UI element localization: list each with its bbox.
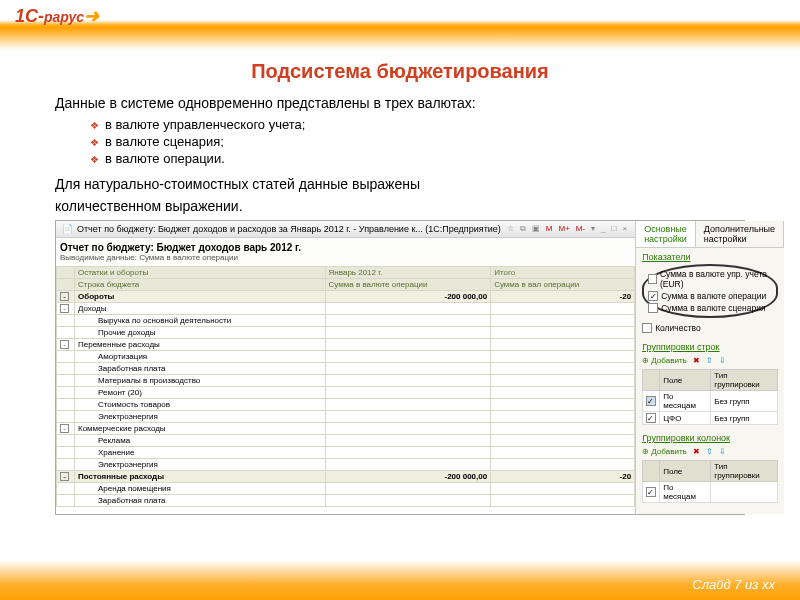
table-row[interactable]: Электроэнергия: [57, 411, 635, 423]
col-header: Остатки и обороты: [75, 267, 326, 279]
table-row[interactable]: Реклама: [57, 435, 635, 447]
group-rows-table: ПолеТип группировки ✓По месяцамБез групп…: [642, 369, 778, 425]
window-icon: 📄: [62, 224, 73, 234]
toolbar-icon[interactable]: ▾: [589, 224, 597, 234]
table-row[interactable]: Амортизация: [57, 351, 635, 363]
bullet-list: в валюте управленческого учета; в валюте…: [55, 117, 745, 166]
bullet-item: в валюте управленческого учета;: [90, 117, 745, 132]
down-icon[interactable]: ⇩: [719, 447, 726, 456]
window-toolbar: ☆ ⧉ ▣ M M+ M- ▾ _ □ ×: [505, 224, 629, 234]
slide-title: Подсистема бюджетирования: [55, 60, 745, 83]
table-row[interactable]: -Обороты-200 000,00-20: [57, 291, 635, 303]
table-row[interactable]: Аренда помещения: [57, 483, 635, 495]
group-rows-label[interactable]: Группировки строк: [642, 342, 778, 352]
table-row[interactable]: Стоимость товаров: [57, 399, 635, 411]
tab-additional-settings[interactable]: Дополнительные настройки: [696, 221, 784, 247]
window-titlebar: 📄 Отчет по бюджету: Бюджет доходов и рас…: [56, 221, 635, 238]
col-header: Сумма в вал операции: [491, 279, 635, 291]
checkbox-icon[interactable]: ✓: [646, 396, 656, 406]
table-row[interactable]: ✓ЦФОБез групп: [643, 412, 778, 425]
maximize-icon[interactable]: □: [610, 224, 619, 234]
table-row[interactable]: -Постоянные расходы-200 000,00-20: [57, 471, 635, 483]
toolbar-mplus-icon[interactable]: M+: [556, 224, 571, 234]
toolbar-mminus-icon[interactable]: M-: [574, 224, 587, 234]
checkbox-icon[interactable]: [648, 303, 658, 313]
lead2b: количественном выражении.: [55, 198, 745, 214]
report-title: Отчет по бюджету: Бюджет доходов варь 20…: [60, 242, 631, 253]
tree-toggle-icon[interactable]: -: [60, 340, 69, 349]
checkbox-icon[interactable]: [642, 323, 652, 333]
add-button[interactable]: ⊕ Добавить: [642, 356, 687, 365]
lead2: Для натурально-стоимостных статей данные…: [55, 176, 745, 192]
toolbar-m-icon[interactable]: M: [544, 224, 555, 234]
checkbox-icon[interactable]: ✓: [648, 291, 658, 301]
window-title-text: Отчет по бюджету: Бюджет доходов и расхо…: [77, 224, 501, 234]
group-cols-label[interactable]: Группировки колонок: [642, 433, 778, 443]
table-row[interactable]: -Доходы: [57, 303, 635, 315]
table-row[interactable]: ✓По месяцамБез групп: [643, 391, 778, 412]
table-row[interactable]: Материалы в производство: [57, 375, 635, 387]
tree-toggle-icon[interactable]: -: [60, 424, 69, 433]
toolbar-icon[interactable]: ⧉: [518, 224, 528, 234]
table-row[interactable]: ✓По месяцам: [643, 482, 778, 503]
circled-highlight: Сумма в валюте упр. учета (EUR) ✓Сумма в…: [642, 264, 778, 318]
report-grid: Остатки и обороты Январь 2012 г. Итого С…: [56, 266, 635, 507]
checkbox-icon[interactable]: [648, 274, 657, 284]
table-row[interactable]: -Коммерческие расходы: [57, 423, 635, 435]
app-screenshot: 📄 Отчет по бюджету: Бюджет доходов и рас…: [55, 220, 745, 515]
logo: 1С-рарус➜: [15, 5, 99, 27]
down-icon[interactable]: ⇩: [719, 356, 726, 365]
indicator-row[interactable]: Сумма в валюте упр. учета (EUR): [648, 268, 772, 290]
table-row[interactable]: Прочие доходы: [57, 327, 635, 339]
bullet-item: в валюте операции.: [90, 151, 745, 166]
indicator-row[interactable]: Сумма в валюте сценария: [648, 302, 772, 314]
up-icon[interactable]: ⇧: [706, 356, 713, 365]
col-header: Итого: [491, 267, 635, 279]
table-row[interactable]: Выручка по основной деятельности: [57, 315, 635, 327]
indicator-row[interactable]: ✓Сумма в валюте операции: [648, 290, 772, 302]
group-cols-toolbar: ⊕ Добавить ✖ ⇧ ⇩: [642, 445, 778, 458]
toolbar-icon[interactable]: ☆: [505, 224, 516, 234]
col-header: Январь 2012 г.: [325, 267, 491, 279]
tree-toggle-icon[interactable]: -: [60, 304, 69, 313]
table-row[interactable]: Заработная плата: [57, 363, 635, 375]
delete-icon[interactable]: ✖: [693, 356, 700, 365]
delete-icon[interactable]: ✖: [693, 447, 700, 456]
table-row[interactable]: Заработная плата: [57, 495, 635, 507]
checkbox-icon[interactable]: ✓: [646, 487, 656, 497]
checkbox-icon[interactable]: ✓: [646, 413, 656, 423]
table-row[interactable]: Хранение: [57, 447, 635, 459]
col-header: Сумма в валюте операции: [325, 279, 491, 291]
tree-toggle-icon[interactable]: -: [60, 472, 69, 481]
tab-main-settings[interactable]: Основные настройки: [636, 221, 696, 247]
add-button[interactable]: ⊕ Добавить: [642, 447, 687, 456]
table-row[interactable]: Ремонт (20): [57, 387, 635, 399]
up-icon[interactable]: ⇧: [706, 447, 713, 456]
table-row[interactable]: -Переменные расходы: [57, 339, 635, 351]
table-row[interactable]: Электроэнергия: [57, 459, 635, 471]
slide-number: Слайд 7 из xx: [692, 577, 775, 592]
minimize-icon[interactable]: _: [599, 224, 607, 234]
tree-toggle-icon[interactable]: -: [60, 292, 69, 301]
close-icon[interactable]: ×: [620, 224, 629, 234]
col-header: Строка бюджета: [75, 279, 326, 291]
indicators-label[interactable]: Показатели: [642, 252, 778, 262]
lead-text: Данные в системе одновременно представле…: [55, 95, 745, 111]
bullet-item: в валюте сценария;: [90, 134, 745, 149]
group-cols-table: ПолеТип группировки ✓По месяцам: [642, 460, 778, 503]
group-rows-toolbar: ⊕ Добавить ✖ ⇧ ⇩: [642, 354, 778, 367]
report-subtitle: Выводимые данные: Сумма в валюте операци…: [60, 253, 631, 262]
qty-row[interactable]: Количество: [642, 322, 778, 334]
toolbar-icon[interactable]: ▣: [530, 224, 542, 234]
